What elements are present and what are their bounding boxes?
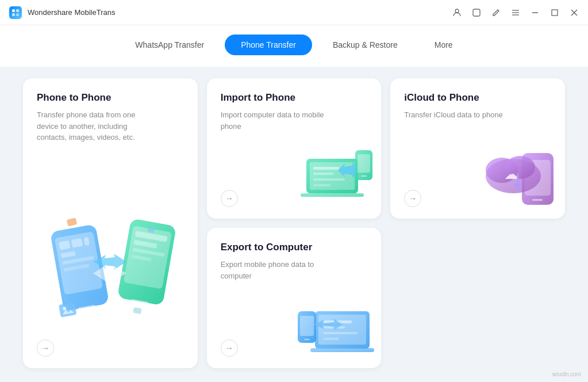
import-to-phone-title: Import to Phone <box>221 92 368 104</box>
export-to-computer-arrow[interactable]: → <box>221 339 238 357</box>
minimize-button[interactable] <box>531 8 540 17</box>
card-import-to-phone[interactable]: Import to Phone Import computer data to … <box>207 78 382 219</box>
icloud-illustration: ☁ <box>479 136 562 213</box>
svg-rect-29 <box>67 217 78 227</box>
edit-icon[interactable] <box>491 8 501 17</box>
svg-rect-42 <box>358 154 370 173</box>
import-to-phone-arrow[interactable]: → <box>221 190 238 207</box>
svg-rect-62 <box>304 339 310 340</box>
svg-rect-32 <box>59 302 76 318</box>
card-icloud-to-phone[interactable]: iCloud to Phone Transfer iCloud data to … <box>390 78 565 219</box>
tab-phone[interactable]: Phone Transfer <box>225 35 312 55</box>
svg-rect-61 <box>300 316 314 336</box>
phone-to-phone-desc: Transfer phone data from one device to a… <box>37 109 140 143</box>
tab-whatsapp[interactable]: WhatsApp Transfer <box>119 35 220 55</box>
svg-rect-0 <box>12 9 15 12</box>
svg-rect-46 <box>532 199 543 201</box>
phone-to-phone-arrow[interactable]: → <box>37 339 54 357</box>
main-content: Phone to Phone Transfer phone data from … <box>0 67 588 382</box>
svg-rect-40 <box>313 184 330 186</box>
svg-rect-10 <box>552 10 558 16</box>
svg-rect-36 <box>301 193 364 197</box>
title-bar-left: Wondershare MobileTrans <box>9 6 115 19</box>
phone-to-phone-illustration <box>32 204 189 337</box>
window-icon[interactable] <box>472 8 481 17</box>
maximize-button[interactable] <box>550 8 559 17</box>
app-title: Wondershare MobileTrans <box>28 8 115 17</box>
svg-rect-59 <box>323 338 339 340</box>
app-icon <box>9 6 22 19</box>
svg-rect-30 <box>133 307 142 314</box>
export-to-computer-desc: Export mobile phone data to computer <box>221 259 324 281</box>
title-bar: Wondershare MobileTrans <box>0 0 588 25</box>
person-icon[interactable] <box>452 8 462 17</box>
icloud-to-phone-title: iCloud to Phone <box>404 92 551 104</box>
card-phone-to-phone[interactable]: Phone to Phone Transfer phone data from … <box>23 78 198 368</box>
svg-text:☁: ☁ <box>505 167 517 182</box>
export-to-computer-title: Export to Computer <box>221 242 368 253</box>
phone-to-phone-title: Phone to Phone <box>37 92 184 104</box>
svg-rect-37 <box>313 167 339 170</box>
card-export-to-computer[interactable]: Export to Computer Export mobile phone d… <box>207 228 382 368</box>
tab-more[interactable]: More <box>418 35 469 55</box>
svg-rect-43 <box>361 175 367 177</box>
svg-rect-3 <box>16 13 19 16</box>
svg-rect-5 <box>473 9 480 16</box>
svg-point-4 <box>455 9 459 13</box>
svg-rect-55 <box>310 348 374 352</box>
tab-backup[interactable]: Backup & Restore <box>317 35 414 55</box>
menu-icon[interactable] <box>511 8 520 17</box>
svg-rect-1 <box>16 9 19 12</box>
export-illustration <box>292 294 378 362</box>
close-button[interactable] <box>570 8 579 17</box>
svg-rect-54 <box>318 315 366 345</box>
svg-rect-38 <box>313 173 333 175</box>
svg-rect-2 <box>12 13 15 16</box>
import-illustration <box>295 142 375 213</box>
svg-rect-58 <box>323 332 358 334</box>
icloud-to-phone-desc: Transfer iCloud data to phone <box>404 109 508 121</box>
nav-bar: WhatsApp Transfer Phone Transfer Backup … <box>0 25 588 67</box>
icloud-to-phone-arrow[interactable]: → <box>404 190 421 207</box>
svg-rect-39 <box>313 178 345 181</box>
watermark: wsxdn.com <box>552 371 581 377</box>
import-to-phone-desc: Import computer data to mobile phone <box>221 109 324 132</box>
title-bar-controls <box>452 8 579 17</box>
